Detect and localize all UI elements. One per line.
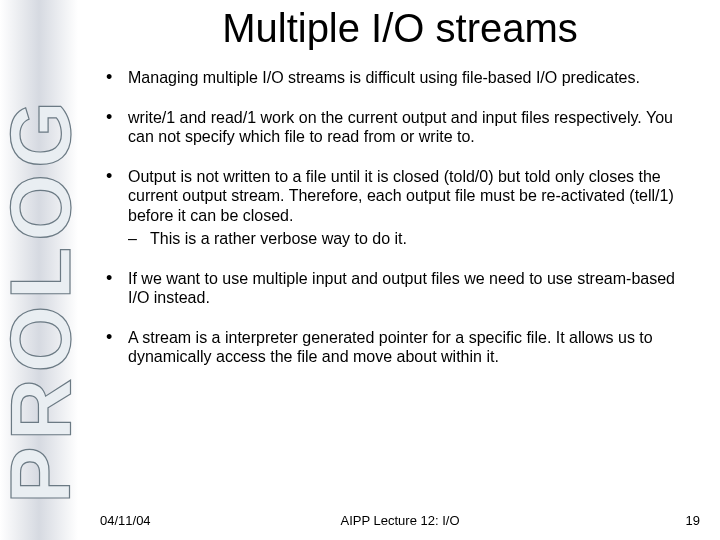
bullet-text: Output is not written to a file until it… [128,168,674,224]
slide: PROLOG Multiple I/O streams Managing mul… [0,0,720,540]
sub-bullet-list: This is a rather verbose way to do it. [128,229,694,249]
bullet-list: Managing multiple I/O streams is difficu… [106,68,694,367]
slide-title: Multiple I/O streams [100,6,700,51]
bullet-text: If we want to use multiple input and out… [128,270,675,307]
footer-center: AIPP Lecture 12: I/O [100,513,700,528]
footer: 04/11/04 AIPP Lecture 12: I/O 19 [100,513,700,528]
slide-body: Managing multiple I/O streams is difficu… [106,68,694,387]
sub-bullet-text: This is a rather verbose way to do it. [150,230,407,247]
bullet-text: Managing multiple I/O streams is difficu… [128,69,640,86]
bullet-item: write/1 and read/1 work on the current o… [106,108,694,147]
bullet-item: If we want to use multiple input and out… [106,269,694,308]
bullet-text: A stream is a interpreter generated poin… [128,329,653,366]
sub-bullet-item: This is a rather verbose way to do it. [128,229,694,249]
bullet-item: Output is not written to a file until it… [106,167,694,249]
bullet-item: A stream is a interpreter generated poin… [106,328,694,367]
bullet-text: write/1 and read/1 work on the current o… [128,109,673,146]
side-gradient [0,0,78,540]
bullet-item: Managing multiple I/O streams is difficu… [106,68,694,88]
